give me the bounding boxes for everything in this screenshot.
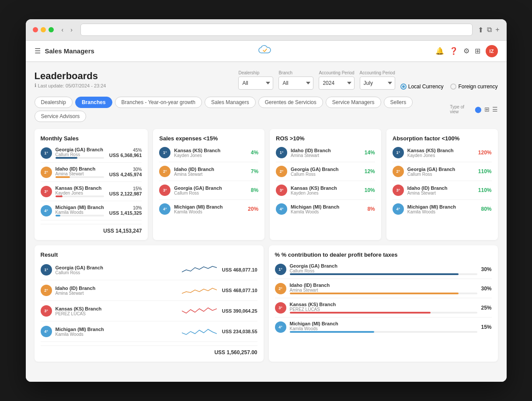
rank-info: Georgia (GA) Branch Callum Ross xyxy=(407,167,475,177)
last-update: ℹ Last update: 05/07/2024 - 23:24 xyxy=(35,83,106,88)
header-right: 🔔 ❓ ⚙ ⊞ IZ xyxy=(435,45,498,57)
rank-info: Idaho (ID) Branch Amina Stewart xyxy=(56,166,104,178)
rank-info: Michigan (MI) Branch Kamila Woods xyxy=(407,204,478,214)
contribution-card: % % contribution to dealer profit before… xyxy=(269,245,498,362)
table-row: 4° Michigan (MI) Branch Kamila Woods 10%… xyxy=(41,205,142,220)
accounting-period1-select[interactable]: 2024 xyxy=(319,77,354,90)
app-header: ☰ Sales Managers 🔔 ❓ ⚙ ⊞ IZ xyxy=(26,41,507,62)
dealership-select[interactable]: All xyxy=(238,77,273,90)
rank-info: Idaho (ID) Branch Amina Stewart xyxy=(291,148,361,158)
address-bar[interactable] xyxy=(80,24,473,36)
rank-badge-2: 2° xyxy=(275,283,286,294)
rank-badge-3: 3° xyxy=(275,302,286,314)
tab-gerentes[interactable]: Gerentes de Servicios xyxy=(258,97,323,108)
forward-button[interactable]: › xyxy=(68,25,75,34)
currency-options: Local Currency Foreign currency xyxy=(400,84,498,90)
table-row: 1° Georgia (GA) Branch Callum Ross 30% xyxy=(275,263,492,279)
app-title: Sales Managers xyxy=(45,47,94,55)
page-title-section: Leaderboards ℹ Last update: 05/07/2024 -… xyxy=(35,70,106,88)
rank-info: Idaho (ID) Branch Amina Stewart xyxy=(290,282,478,294)
table-row: 3° Kansas (KS) Branch PEREZ LUCAS 25% xyxy=(275,302,492,317)
local-currency-radio[interactable] xyxy=(400,84,407,90)
header-center xyxy=(258,45,272,57)
tab-dealership[interactable]: Dealership xyxy=(35,97,73,108)
table-row: 4° Michigan (MI) Branch Kamila Woods 20% xyxy=(159,203,258,218)
rank-info: Michigan (MI) Branch Kamila Woods xyxy=(56,327,178,337)
rank-info: Kansas (KS) Branch PEREZ LUCAS xyxy=(56,306,178,316)
sales-expenses-card: Sales expenses <15% 1° Kansas (KS) Branc… xyxy=(153,129,264,240)
traffic-lights xyxy=(33,27,54,32)
rank-info: Michigan (MI) Branch Kamila Woods xyxy=(174,204,244,214)
table-view-icon[interactable]: ☰ xyxy=(492,106,498,113)
app: ☰ Sales Managers 🔔 ❓ ⚙ ⊞ IZ xyxy=(26,41,507,382)
tabs-row: Dealership Branches Branches - Year-on-y… xyxy=(35,97,498,122)
rank-badge-4: 4° xyxy=(275,321,286,333)
grid-icon[interactable]: ⊞ xyxy=(475,47,480,55)
hamburger-icon[interactable]: ☰ xyxy=(35,47,41,55)
tab-service-managers[interactable]: Service Managers xyxy=(326,97,381,108)
help-icon[interactable]: ❓ xyxy=(449,47,458,55)
accounting-period2-filter: Accounting Period July xyxy=(360,70,395,90)
add-tab-icon[interactable]: + xyxy=(495,26,499,34)
table-row: 2° Georgia (GA) Branch Callum Ross 110% xyxy=(393,166,492,181)
settings-icon[interactable]: ⚙ xyxy=(463,47,469,55)
accounting-period1-filter: Accounting Period 2024 xyxy=(319,70,354,90)
rank-badge-4: 4° xyxy=(159,203,170,215)
local-currency-option[interactable]: Local Currency xyxy=(400,84,444,90)
table-row: 4° Michigan (MI) Branch Kamila Woods 80% xyxy=(393,203,492,218)
duplicate-icon[interactable]: ⧉ xyxy=(487,26,492,34)
table-row: 3° Kansas (KS) Branch PEREZ LUCAS USS 39… xyxy=(41,304,257,321)
user-avatar[interactable]: IZ xyxy=(486,45,498,57)
sparkline-1 xyxy=(182,263,217,276)
foreign-currency-option[interactable]: Foreign currency xyxy=(450,84,497,90)
rank-info: Georgia (GA) Branch Callum Ross xyxy=(56,147,104,159)
foreign-currency-radio[interactable] xyxy=(450,84,456,90)
tab-sellers[interactable]: Sellers xyxy=(384,97,413,108)
back-button[interactable]: ‹ xyxy=(59,25,66,34)
sparkline-2 xyxy=(182,284,217,297)
rank-badge-1: 1° xyxy=(41,147,52,159)
rank-badge-1: 1° xyxy=(159,147,170,158)
rank-info: Kansas (KS) Branch Kayden Jones xyxy=(174,148,247,158)
rank-badge-2: 2° xyxy=(41,285,52,296)
rank-badge-2: 2° xyxy=(159,166,170,177)
table-row: 1° Georgia (GA) Branch Callum Ross 45% U… xyxy=(41,147,142,163)
browser-actions: ⬆ ⧉ + xyxy=(478,26,499,34)
tab-branches[interactable]: Branches xyxy=(75,97,112,108)
browser-chrome: ‹ › ⬆ ⧉ + xyxy=(26,19,507,41)
rank-info: Idaho (ID) Branch Amina Stewart xyxy=(56,286,178,296)
maximize-button[interactable] xyxy=(49,27,54,32)
rank-info: Kansas (KS) Branch Kayden Jones xyxy=(56,185,104,197)
dot-view-icon[interactable]: ⬤ xyxy=(475,106,482,113)
header-left: ☰ Sales Managers xyxy=(35,47,94,55)
tab-sales-managers[interactable]: Sales Managers xyxy=(205,97,256,108)
dealership-filter: Dealership All xyxy=(238,70,273,90)
rank-badge-3: 3° xyxy=(41,305,52,317)
table-row: 3° Kansas (KS) Branch Kayden Jones 10% xyxy=(276,185,375,200)
grid-view-icon[interactable]: ⊞ xyxy=(484,106,490,113)
top-cards-grid: Monthly Sales 1° Georgia (GA) Branch Cal… xyxy=(35,129,498,240)
notification-icon[interactable]: 🔔 xyxy=(435,47,444,55)
branch-select[interactable]: All xyxy=(278,77,313,90)
rank-info: Kansas (KS) Branch Kayden Jones xyxy=(407,148,475,158)
page-title: Leaderboards xyxy=(35,70,106,82)
rank-badge-3: 3° xyxy=(41,186,52,197)
close-button[interactable] xyxy=(33,27,38,32)
accounting-period2-select[interactable]: July xyxy=(360,77,395,90)
share-icon[interactable]: ⬆ xyxy=(478,26,483,34)
rank-badge-3: 3° xyxy=(276,185,287,196)
table-row: 2° Georgia (GA) Branch Callum Ross 12% xyxy=(276,166,375,181)
rank-info: Michigan (MI) Branch Kamila Woods xyxy=(291,204,364,214)
ros-card: ROS >10% 1° Idaho (ID) Branch Amina Stew… xyxy=(270,129,381,240)
table-row: 3° Idaho (ID) Branch Amina Stewart 110% xyxy=(393,185,492,200)
tab-service-advisors[interactable]: Service Advisors xyxy=(35,111,87,122)
minimize-button[interactable] xyxy=(41,27,46,32)
rank-info: Kansas (KS) Branch Kayden Jones xyxy=(291,185,361,195)
table-row: 2° Idaho (ID) Branch Amina Stewart 7% xyxy=(159,166,258,181)
rank-info: Idaho (ID) Branch Amina Stewart xyxy=(174,167,247,177)
bottom-grid: Result 1° Georgia (GA) Branch Callum Ros… xyxy=(35,245,498,362)
rank-badge-4: 4° xyxy=(41,205,52,216)
rank-badge-2: 2° xyxy=(393,166,404,177)
rank-info: Georgia (GA) Branch Callum Ross xyxy=(56,265,178,275)
tab-branches-yoy[interactable]: Branches - Year-on-year growth xyxy=(115,97,202,108)
